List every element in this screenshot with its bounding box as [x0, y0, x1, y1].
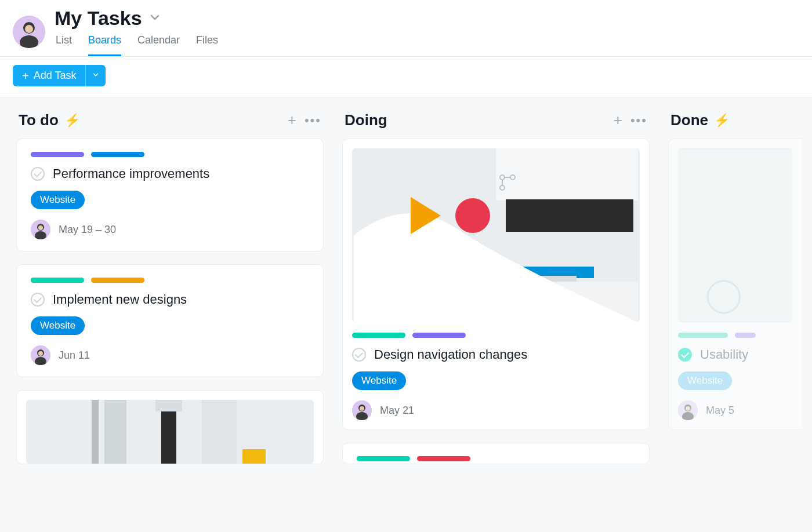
tab-list[interactable]: List	[56, 31, 72, 56]
task-tag[interactable]: Website	[678, 371, 732, 390]
task-cover-image	[678, 148, 792, 322]
project-pill	[91, 152, 144, 157]
bolt-icon: ⚡	[64, 113, 80, 128]
svg-point-40	[686, 406, 690, 411]
assignee-avatar[interactable]	[678, 400, 698, 420]
task-title: Design navigation changes	[374, 347, 527, 362]
column-done: Done ⚡	[668, 109, 802, 532]
svg-point-11	[38, 351, 43, 356]
due-date[interactable]: May 21	[380, 405, 414, 417]
assignee-avatar[interactable]	[31, 220, 50, 239]
task-card[interactable]: Usability Website May 5	[668, 139, 802, 430]
complete-check-icon[interactable]	[31, 167, 45, 181]
svg-point-34	[360, 406, 364, 411]
project-pill	[412, 333, 466, 338]
project-pill	[352, 333, 405, 338]
page-title: My Tasks	[55, 7, 142, 30]
tab-calendar[interactable]: Calendar	[137, 31, 180, 56]
project-pill	[678, 333, 728, 338]
project-pill	[31, 152, 84, 157]
svg-rect-13	[92, 400, 99, 464]
project-pill	[357, 456, 410, 461]
column-title[interactable]: Doing	[345, 111, 387, 129]
task-tag[interactable]: Website	[31, 191, 85, 209]
task-cover-image	[26, 400, 314, 464]
assignee-avatar[interactable]	[352, 400, 372, 420]
due-date[interactable]: Jun 11	[59, 349, 90, 362]
add-task-dropdown-button[interactable]	[85, 65, 106, 86]
complete-check-icon[interactable]	[678, 348, 692, 362]
column-title[interactable]: Done	[670, 111, 708, 129]
task-tag[interactable]: Website	[31, 316, 85, 335]
task-title: Implement new designs	[53, 292, 187, 307]
column-more-icon[interactable]: •••	[304, 113, 321, 128]
complete-check-icon[interactable]	[352, 348, 366, 362]
column-add-icon[interactable]: +	[288, 111, 296, 129]
board: To do ⚡ + ••• Performance i	[0, 97, 812, 532]
project-pill	[91, 278, 144, 283]
column-more-icon[interactable]: •••	[630, 113, 647, 128]
task-cover-image	[352, 148, 640, 322]
svg-rect-20	[496, 148, 638, 201]
column-title[interactable]: To do	[19, 111, 59, 129]
task-title: Usability	[700, 347, 748, 362]
project-pill	[417, 456, 470, 461]
svg-point-25	[370, 284, 407, 321]
column-doing: Doing + •••	[342, 109, 650, 532]
user-avatar[interactable]	[13, 16, 45, 48]
task-card[interactable]	[342, 443, 650, 464]
add-task-label: Add Task	[34, 70, 77, 82]
view-tabs: List Boards Calendar Files	[55, 31, 218, 56]
complete-check-icon[interactable]	[31, 293, 45, 307]
svg-rect-17	[202, 400, 237, 464]
project-pill	[735, 333, 756, 338]
plus-icon: +	[22, 70, 29, 82]
svg-rect-35	[678, 150, 792, 321]
due-date[interactable]: May 19 – 30	[59, 224, 116, 236]
add-task-button[interactable]: + Add Task	[13, 65, 85, 86]
svg-rect-14	[104, 400, 126, 464]
svg-rect-15	[161, 411, 176, 464]
svg-rect-21	[506, 199, 633, 232]
column-todo: To do ⚡ + ••• Performance i	[16, 109, 324, 532]
task-card[interactable]: Performance improvements Website May 19 …	[16, 139, 324, 252]
svg-point-27	[455, 198, 490, 233]
due-date[interactable]: May 5	[706, 405, 734, 417]
task-title: Performance improvements	[53, 166, 209, 181]
task-card[interactable]: Implement new designs Website Jun 11	[16, 264, 324, 377]
svg-point-7	[38, 225, 43, 230]
project-pill	[31, 278, 84, 283]
svg-rect-16	[155, 400, 182, 411]
svg-rect-18	[242, 449, 266, 464]
svg-point-3	[25, 25, 33, 33]
task-card[interactable]: Design navigation changes Website May 21	[342, 139, 650, 430]
tab-boards[interactable]: Boards	[88, 31, 121, 56]
tab-files[interactable]: Files	[196, 31, 218, 56]
task-tag[interactable]: Website	[352, 371, 406, 390]
bolt-icon: ⚡	[714, 113, 730, 128]
column-add-icon[interactable]: +	[614, 111, 622, 129]
chevron-down-icon[interactable]	[148, 10, 162, 27]
assignee-avatar[interactable]	[31, 345, 50, 365]
task-card[interactable]	[16, 390, 324, 464]
